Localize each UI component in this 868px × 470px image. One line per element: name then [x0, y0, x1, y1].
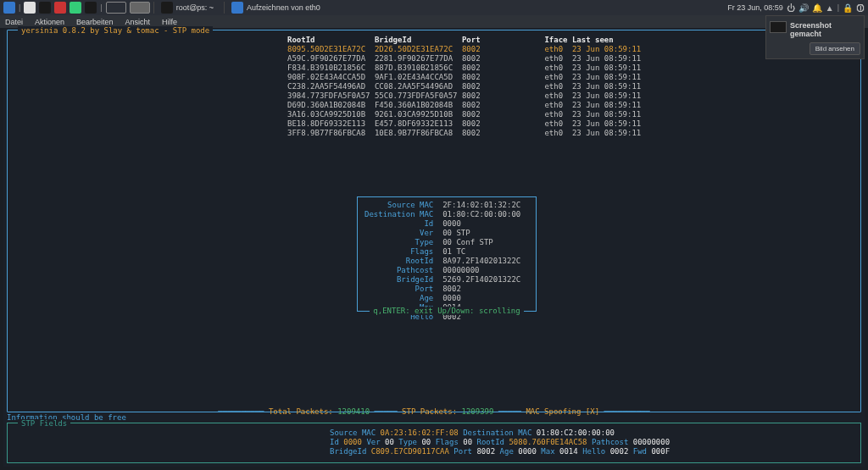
terminal-window[interactable]: yersinia 0.8.2 by Slay & tomac - STP mod…: [3, 28, 865, 467]
packet-detail-box: Source MAC 2F:14:02:01:32:2C Destination…: [357, 196, 537, 312]
detail-footer-hint: q,ENTER: exit Up/Down: scrolling: [370, 307, 523, 315]
menu-help[interactable]: Hilfe: [162, 18, 177, 26]
menu-file[interactable]: Datei: [5, 18, 23, 26]
stp-table: RootId BridgeId Port Iface Last seen 809…: [287, 36, 641, 138]
power-icon[interactable]: ⏻: [787, 3, 795, 13]
menu-actions[interactable]: Aktionen: [35, 18, 64, 26]
top-panel-right: Fr 23 Jun, 08:59 ⏻ 🔊 🔔 ▲ | 🔒 ⏼: [727, 3, 865, 13]
top-panel-left: | | root@ps: ~ Aufzeichnen von eth0: [3, 2, 327, 14]
screenshot-notification[interactable]: Screenshot gemacht Bild ansehen: [765, 15, 865, 59]
stp-fields-content: Source MAC 0A:23:16:02:FF:08 Destination…: [8, 423, 860, 456]
stp-packets-label: STP Packets:: [402, 407, 457, 416]
menu-view[interactable]: Ansicht: [125, 18, 151, 26]
view-image-button[interactable]: Bild ansehen: [810, 42, 860, 55]
app-icon[interactable]: [39, 2, 51, 14]
stp-packets-value: 1209399: [462, 407, 494, 416]
wireshark-icon: [231, 2, 243, 14]
mac-spoofing-label: MAC Spoofing [X]: [526, 407, 599, 416]
launcher-icon[interactable]: [3, 2, 15, 14]
terminal-icon: [161, 2, 173, 14]
notification-icon[interactable]: 🔔: [812, 3, 822, 13]
stp-fields-title: STP Fields: [18, 419, 70, 428]
network-icon[interactable]: ▲: [826, 3, 834, 13]
app-icon[interactable]: [54, 2, 66, 14]
task-label: root@ps: ~: [176, 3, 214, 12]
lock-icon[interactable]: 🔒: [843, 3, 853, 13]
workspace-icon[interactable]: [130, 2, 150, 14]
menu-edit[interactable]: Bearbeiten: [76, 18, 114, 26]
app-title: yersinia 0.8.2 by Slay & tomac - STP mod…: [18, 26, 213, 35]
clock[interactable]: Fr 23 Jun, 08:59: [727, 3, 783, 12]
screenshot-thumb-icon: [770, 21, 787, 33]
app-icon[interactable]: [24, 2, 36, 14]
taskbar-item-terminal[interactable]: root@ps: ~: [153, 2, 220, 14]
app-icon[interactable]: [85, 2, 97, 14]
workspace-icon[interactable]: [106, 2, 126, 14]
total-packets-label: Total Packets:: [269, 407, 333, 416]
status-line: ────────── Total Packets: 1209410 ───── …: [8, 407, 860, 416]
stp-fields-box: STP Fields Source MAC 0A:23:16:02:FF:08 …: [7, 423, 861, 463]
shutdown-icon[interactable]: ⏼: [856, 3, 865, 13]
app-icon[interactable]: [70, 2, 81, 14]
task-label: Aufzeichnen von eth0: [247, 3, 320, 12]
total-packets-value: 1209410: [337, 407, 370, 416]
yersinia-main-box: yersinia 0.8.2 by Slay & tomac - STP mod…: [7, 30, 861, 412]
taskbar-item-wireshark[interactable]: Aufzeichnen von eth0: [224, 2, 327, 14]
top-panel: | | root@ps: ~ Aufzeichnen von eth0 Fr 2…: [0, 0, 868, 15]
volume-icon[interactable]: 🔊: [798, 3, 809, 13]
